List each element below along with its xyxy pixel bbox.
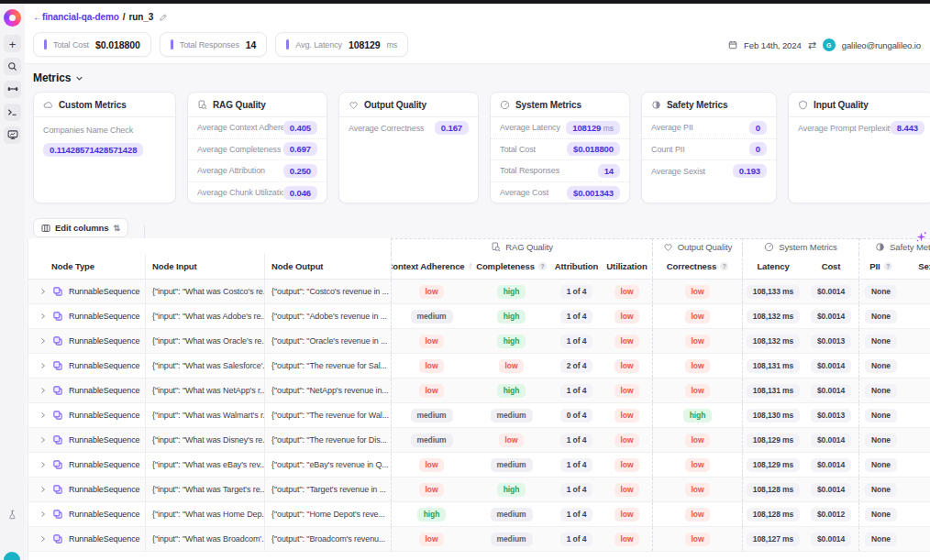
- cell-node-input: {"input": "What was NetApp's r...: [145, 379, 264, 402]
- sidebar-button-0[interactable]: +: [4, 35, 21, 52]
- table-row[interactable]: RunnableSequence{"input": "What was Cost…: [28, 280, 930, 304]
- sidebar-button-1[interactable]: [4, 58, 21, 75]
- value-chip: 108,128 ms: [747, 508, 800, 522]
- stat-chip-total-responses: Total Responses14: [160, 32, 268, 57]
- value-chip: medium: [411, 409, 453, 423]
- chevron-right-icon[interactable]: [39, 511, 47, 518]
- column-header-cost[interactable]: Cost: [803, 254, 858, 279]
- column-header-sexist[interactable]: Sexist: [902, 254, 930, 279]
- column-header-correctness[interactable]: Correctness?: [652, 254, 742, 279]
- value-chip: 108,129 ms: [747, 458, 800, 472]
- sidebar-button-3[interactable]: [4, 104, 21, 121]
- column-header-completeness[interactable]: Completeness?: [471, 254, 551, 279]
- cell-pii: None: [858, 478, 902, 501]
- value-chip: medium: [491, 458, 533, 472]
- table-row[interactable]: RunnableSequence{"input": "What was Broa…: [28, 527, 930, 552]
- value-chip: 108,132 ms: [747, 310, 800, 324]
- metric-card-header: Output Quality: [339, 93, 478, 117]
- table-row[interactable]: RunnableSequence{"input": "What was Disn…: [28, 428, 930, 453]
- cell-pii: None: [858, 403, 902, 427]
- value-chip: low: [499, 434, 525, 447]
- cell-context-adherence: medium: [391, 428, 471, 452]
- node-output-text: {"output": "NetApp's revenue in...: [265, 386, 391, 395]
- value-chip: 1 of 4: [560, 285, 593, 299]
- sidebar-avatar[interactable]: [4, 552, 20, 560]
- metric-row: Average Attribution0.250: [188, 160, 327, 182]
- chevron-right-icon[interactable]: [39, 288, 47, 295]
- sidebar-button-4[interactable]: [4, 126, 21, 144]
- breadcrumb-back-link[interactable]: ←financial-qa-demo: [33, 12, 119, 22]
- sparkles-icon[interactable]: [915, 230, 927, 247]
- chevron-right-icon[interactable]: [39, 535, 47, 543]
- value-chip: low: [685, 483, 711, 497]
- chevron-right-icon[interactable]: [39, 486, 47, 493]
- user-avatar[interactable]: G: [823, 38, 836, 51]
- compare-icon[interactable]: ⇄: [808, 40, 816, 50]
- metric-value-badge: 0.405: [283, 121, 317, 135]
- value-chip: 1 of 4: [560, 310, 593, 324]
- column-header-attribution[interactable]: Attribution: [551, 254, 602, 279]
- plus-icon: +: [9, 36, 17, 52]
- value-chip: low: [419, 335, 445, 348]
- node-input-text: {"input": "What was Adobe's re...: [146, 312, 264, 321]
- cell-sexist: [902, 527, 930, 551]
- copy-icon: [52, 509, 63, 520]
- user-email[interactable]: galileo@rungalileo.io: [842, 40, 921, 50]
- cell-context-adherence: low: [391, 329, 471, 353]
- value-chip: low: [614, 285, 640, 299]
- metric-label: Total Cost: [500, 145, 536, 154]
- chevron-right-icon[interactable]: [39, 436, 47, 444]
- value-chip: $0.0014: [811, 359, 851, 373]
- sidebar-buttons: +: [0, 35, 25, 144]
- table-row[interactable]: RunnableSequence{"input": "What was Sale…: [28, 354, 930, 379]
- column-header-node-type[interactable]: Node Type: [28, 254, 145, 279]
- table-row[interactable]: RunnableSequence{"input": "What was eBay…: [28, 453, 930, 478]
- table-group-row: RAG QualityOutput QualitySystem MetricsS…: [28, 238, 930, 254]
- value-chip: medium: [411, 434, 453, 447]
- chevron-right-icon[interactable]: [39, 461, 47, 468]
- column-header-latency[interactable]: Latency: [742, 254, 803, 279]
- value-chip: $0.0012: [811, 508, 851, 522]
- cell-attribution: 1 of 4: [551, 428, 602, 452]
- cell-attribution: 1 of 4: [551, 379, 602, 402]
- table-row[interactable]: RunnableSequence{"input": "What was Walm…: [28, 403, 930, 428]
- traces-table: RAG QualityOutput QualitySystem MetricsS…: [28, 238, 930, 560]
- chevron-right-icon[interactable]: [39, 362, 47, 369]
- column-header-context-adherence[interactable]: Context Adherence?: [391, 254, 471, 279]
- run-date[interactable]: Feb 14th, 2024: [744, 40, 802, 50]
- column-header-utilization[interactable]: Utilization: [602, 254, 652, 279]
- chevron-right-icon[interactable]: [39, 313, 47, 320]
- table-row[interactable]: RunnableSequence{"input": "What was Home…: [28, 502, 930, 527]
- flask-icon[interactable]: [7, 507, 17, 523]
- sidebar-button-2[interactable]: [4, 81, 21, 98]
- edit-columns-button[interactable]: Edit columns ⇅: [33, 218, 128, 237]
- table-row[interactable]: RunnableSequence{"input": "What was Orac…: [28, 329, 930, 354]
- value-chip: $0.0014: [811, 384, 851, 398]
- copy-icon: [52, 385, 63, 396]
- dumbbell-icon: [7, 82, 18, 98]
- metric-label: Average Cost: [500, 188, 548, 197]
- column-header-node-input[interactable]: Node Input: [145, 254, 264, 279]
- edit-icon[interactable]: [159, 13, 168, 22]
- cell-pii: None: [858, 280, 902, 303]
- stat-unit: ms: [386, 40, 397, 49]
- chevron-right-icon[interactable]: [39, 387, 47, 394]
- galileo-logo[interactable]: [4, 9, 21, 27]
- stat-chip-avg-latency: Avg. Latency108129ms: [275, 32, 408, 57]
- value-chip: $0.0014: [811, 310, 851, 324]
- chevron-right-icon[interactable]: [39, 412, 47, 419]
- column-header-pii[interactable]: PII?: [858, 254, 902, 279]
- metrics-section-header[interactable]: Metrics: [33, 71, 83, 84]
- metric-value-badge: 108129 ms: [566, 121, 620, 135]
- table-row[interactable]: RunnableSequence{"input": "What was Adob…: [28, 304, 930, 329]
- cell-node-type: RunnableSequence: [28, 527, 145, 551]
- chevron-right-icon[interactable]: [39, 337, 47, 345]
- table-row[interactable]: RunnableSequence{"input": "What was NetA…: [28, 379, 930, 403]
- value-chip: $0.0014: [811, 285, 851, 299]
- breadcrumb-separator: /: [123, 12, 126, 22]
- metric-row: Average Chunk Utilization0.046: [188, 182, 327, 204]
- metric-value-badge: 0.193: [733, 164, 767, 178]
- table-row[interactable]: RunnableSequence{"input": "What was Targ…: [28, 478, 930, 502]
- breadcrumb-run: run_3: [128, 12, 153, 22]
- column-header-node-output[interactable]: Node Output: [264, 254, 391, 279]
